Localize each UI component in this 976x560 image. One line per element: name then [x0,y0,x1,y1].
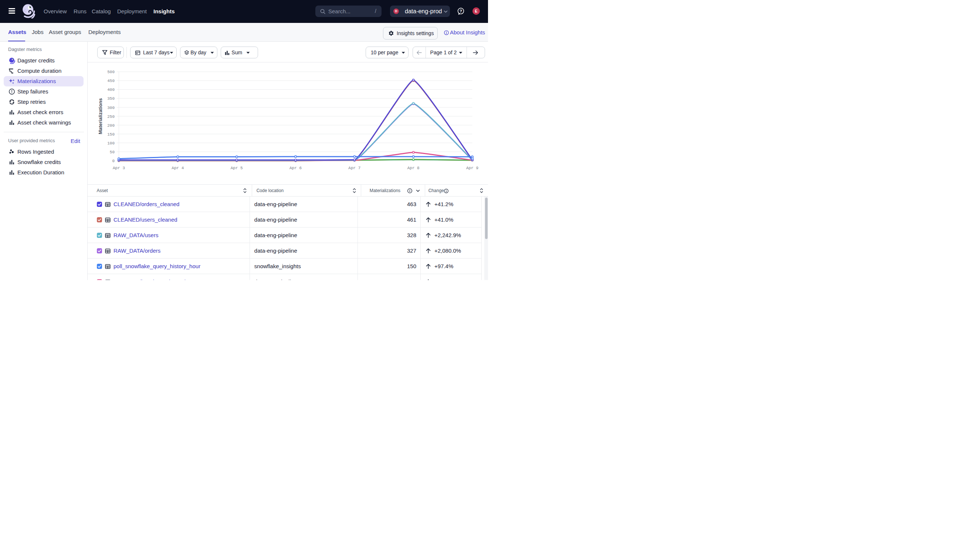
svg-text:400: 400 [107,88,115,92]
svg-text:Apr 9: Apr 9 [466,166,478,170]
svg-text:Apr 4: Apr 4 [172,166,184,170]
svg-text:Apr 3: Apr 3 [113,166,125,170]
svg-text:100: 100 [107,141,115,145]
svg-text:Apr 8: Apr 8 [408,166,419,170]
svg-text:Apr 6: Apr 6 [289,166,302,170]
svg-text:450: 450 [107,79,115,83]
svg-text:50: 50 [110,150,115,154]
svg-text:Materializations: Materializations [98,98,103,135]
svg-text:300: 300 [107,106,115,110]
svg-text:Apr 7: Apr 7 [348,166,361,170]
svg-text:350: 350 [107,97,115,101]
svg-text:Apr 5: Apr 5 [231,166,243,170]
svg-text:200: 200 [107,123,115,128]
svg-text:0: 0 [112,159,115,163]
svg-text:250: 250 [107,115,115,119]
svg-text:?: ? [460,9,462,13]
svg-text:500: 500 [107,70,115,74]
svg-text:150: 150 [107,132,115,137]
